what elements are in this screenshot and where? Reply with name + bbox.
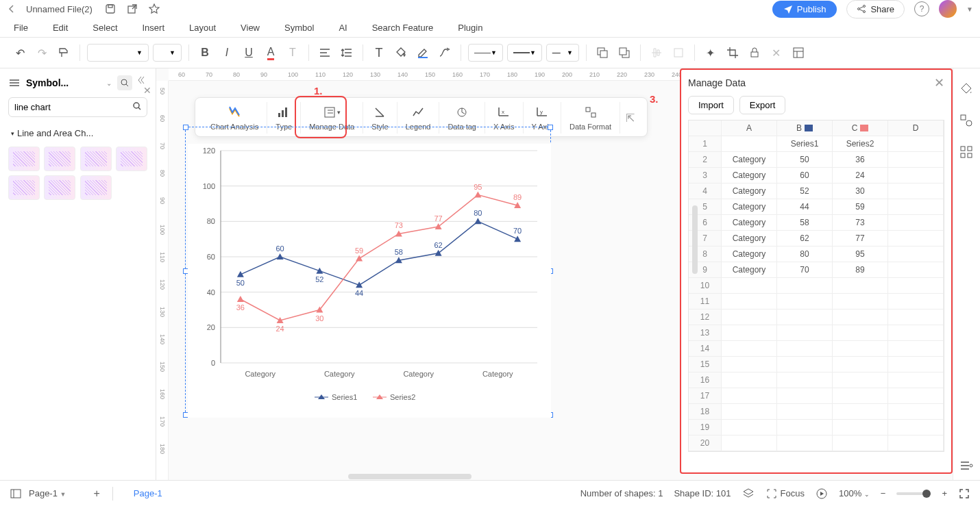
distribute-icon[interactable] (670, 44, 687, 62)
page-tab[interactable]: Page-1 (125, 488, 171, 498)
underline-icon[interactable]: U (240, 44, 258, 62)
chart-datatag-button[interactable]: Data tag (439, 102, 485, 134)
fullscreen-icon[interactable] (958, 488, 970, 500)
line-weight-select[interactable]: ▼ (507, 44, 542, 62)
menu-symbol[interactable]: Symbol (284, 23, 314, 33)
undo-icon[interactable]: ↶ (11, 44, 29, 62)
search-toggle-icon[interactable] (117, 75, 132, 90)
menu-select[interactable]: Select (93, 23, 117, 33)
chart-thumbnail[interactable] (116, 147, 147, 171)
align-icon[interactable] (316, 44, 334, 62)
menu-edit[interactable]: Edit (53, 23, 68, 33)
crop-icon[interactable] (724, 44, 742, 62)
export-button[interactable]: Export (739, 96, 786, 114)
menu-ai[interactable]: AI (339, 23, 347, 33)
chart-style-button[interactable]: Style (363, 102, 397, 134)
add-page-icon[interactable]: + (93, 488, 99, 500)
size-select[interactable]: ▼ (153, 44, 182, 62)
menu-file[interactable]: File (14, 23, 28, 33)
menu-insert[interactable]: Insert (143, 23, 165, 33)
chart-thumbnail[interactable] (8, 147, 40, 171)
import-button[interactable]: Import (688, 96, 734, 114)
paint-bucket-icon[interactable] (959, 82, 975, 97)
tools-icon[interactable]: ✕ (768, 44, 785, 62)
arrow-select[interactable]: —▼ (546, 44, 579, 62)
line-spacing-icon[interactable] (338, 44, 356, 62)
star-icon[interactable] (149, 3, 160, 14)
focus-group[interactable]: Focus (765, 488, 805, 500)
bold-icon[interactable]: B (196, 44, 214, 62)
chart-type-button[interactable]: Type (267, 102, 301, 134)
share-button[interactable]: Share (846, 0, 905, 18)
page-select[interactable]: Page-1 ▼ (29, 488, 66, 498)
layers-bottom-icon[interactable] (742, 488, 755, 500)
clear-search-icon[interactable]: ✕ (143, 85, 151, 96)
chart-analysis-button[interactable]: Chart Analysis (202, 102, 267, 134)
lock-icon[interactable] (746, 44, 763, 62)
chart-thumbnail[interactable] (44, 175, 75, 200)
share-label: Share (870, 4, 894, 14)
chart-yaxis-button[interactable]: y Y Axis (524, 102, 561, 134)
open-external-icon[interactable] (127, 3, 138, 14)
avatar[interactable] (939, 0, 957, 18)
text-tool-icon[interactable]: T (370, 44, 388, 62)
menu-layout[interactable]: Layout (189, 23, 216, 33)
chart-thumbnail[interactable] (80, 175, 112, 200)
chart-thumbnail[interactable] (80, 147, 112, 171)
zoom-level[interactable]: 100% ⌄ (839, 488, 870, 498)
play-icon[interactable] (816, 488, 828, 500)
marker-icon[interactable] (414, 44, 432, 62)
manage-data-button[interactable]: ▾ Manage Data (301, 102, 363, 134)
menu-search-feature[interactable]: Search Feature (372, 23, 434, 33)
align-shapes-icon[interactable] (648, 44, 665, 62)
pin-icon[interactable]: ⇱ (620, 112, 640, 125)
menu-plugin[interactable]: Plugin (458, 23, 482, 33)
data-grid[interactable]: ABCD1Series1Series22Category50363Categor… (688, 120, 944, 452)
chart-thumbnail[interactable] (8, 175, 40, 200)
redo-icon[interactable]: ↷ (33, 44, 51, 62)
text-color-icon[interactable]: A (262, 44, 280, 62)
close-icon[interactable]: ✕ (934, 75, 944, 90)
publish-button[interactable]: Publish (772, 1, 837, 18)
menu-view[interactable]: View (241, 23, 260, 33)
connector-icon[interactable] (436, 44, 454, 62)
ruler-vertical: 5060708090100110120130140150160170180 (156, 81, 169, 488)
zoom-in-icon[interactable]: + (942, 488, 947, 498)
font-select[interactable]: ▼ (87, 44, 149, 62)
line-chart[interactable]: 020406080100120CategoryCategoryCategoryC… (188, 144, 551, 418)
h-scrollbar[interactable] (348, 474, 471, 479)
chart-xaxis-button[interactable]: x X Axis (485, 102, 524, 134)
zoom-out-icon[interactable]: − (881, 488, 886, 498)
italic-icon[interactable]: I (218, 44, 236, 62)
chart-legend-button[interactable]: Legend (397, 102, 440, 134)
highlight-icon[interactable]: T (284, 44, 302, 62)
shape-front-icon[interactable] (593, 44, 611, 62)
shapes-icon[interactable] (959, 114, 975, 129)
v-scrollbar[interactable] (692, 205, 698, 274)
settings-list-icon[interactable] (959, 459, 975, 474)
shape-back-icon[interactable] (615, 44, 633, 62)
sparkle-icon[interactable]: ✦ (702, 44, 720, 62)
layout-icon[interactable] (789, 44, 807, 62)
save-icon[interactable] (105, 3, 116, 14)
line-style-select[interactable]: ▼ (468, 44, 503, 62)
category-line-area[interactable]: ▾ Line and Area Ch... (8, 124, 147, 142)
grid-icon[interactable] (959, 145, 975, 160)
layers-icon[interactable] (8, 77, 21, 89)
svg-rect-69 (968, 153, 972, 157)
symbol-search-input[interactable] (8, 97, 147, 117)
canvas[interactable]: 6070809010011012013014015016017018019020… (156, 68, 980, 488)
chart-thumbnail[interactable] (44, 147, 75, 171)
zoom-slider[interactable] (896, 492, 931, 495)
format-painter-icon[interactable] (55, 44, 73, 62)
page-panel-icon[interactable] (10, 488, 22, 500)
chevron-down-icon[interactable]: ⌄ (106, 79, 112, 87)
help-icon[interactable]: ? (914, 1, 929, 16)
chart-dataformat-button[interactable]: Data Format (561, 102, 620, 134)
search-icon[interactable] (132, 101, 142, 111)
file-name[interactable]: Unnamed File(2) (26, 4, 93, 14)
fill-icon[interactable] (392, 44, 410, 62)
menu-dropdown-icon[interactable]: ▼ (966, 5, 973, 13)
back-button[interactable] (7, 4, 16, 14)
annotation-3: 3. (650, 93, 659, 105)
